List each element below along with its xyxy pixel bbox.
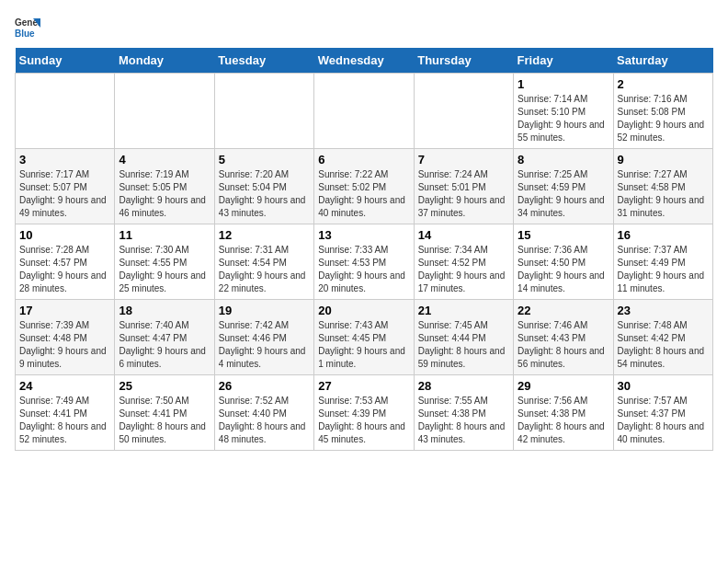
day-info: Sunrise: 7:14 AM Sunset: 5:10 PM Dayligh…: [518, 93, 609, 144]
day-number: 12: [219, 228, 310, 242]
day-info: Sunrise: 7:30 AM Sunset: 4:55 PM Dayligh…: [119, 244, 210, 295]
calendar-cell: 26Sunrise: 7:52 AM Sunset: 4:40 PM Dayli…: [214, 375, 313, 451]
day-info: Sunrise: 7:20 AM Sunset: 5:04 PM Dayligh…: [219, 168, 310, 220]
calendar-cell: 12Sunrise: 7:31 AM Sunset: 4:54 PM Dayli…: [214, 224, 313, 300]
calendar-week-4: 17Sunrise: 7:39 AM Sunset: 4:48 PM Dayli…: [16, 300, 713, 375]
day-number: 27: [318, 379, 409, 393]
day-info: Sunrise: 7:17 AM Sunset: 5:07 PM Dayligh…: [19, 168, 110, 220]
calendar-cell: 29Sunrise: 7:56 AM Sunset: 4:38 PM Dayli…: [514, 375, 613, 451]
day-number: 4: [119, 153, 210, 167]
weekday-header-row: SundayMondayTuesdayWednesdayThursdayFrid…: [16, 48, 713, 74]
calendar-cell: 13Sunrise: 7:33 AM Sunset: 4:53 PM Dayli…: [314, 224, 414, 300]
day-info: Sunrise: 7:46 AM Sunset: 4:43 PM Dayligh…: [518, 319, 609, 371]
calendar-body: 1Sunrise: 7:14 AM Sunset: 5:10 PM Daylig…: [16, 74, 713, 451]
weekday-header-saturday: Saturday: [613, 48, 712, 74]
day-number: 23: [618, 304, 709, 317]
calendar-cell: 25Sunrise: 7:50 AM Sunset: 4:41 PM Dayli…: [115, 375, 214, 451]
calendar-cell: 21Sunrise: 7:45 AM Sunset: 4:44 PM Dayli…: [414, 300, 513, 375]
calendar-cell: 28Sunrise: 7:55 AM Sunset: 4:38 PM Dayli…: [414, 375, 513, 451]
calendar-cell: 16Sunrise: 7:37 AM Sunset: 4:49 PM Dayli…: [613, 224, 712, 300]
day-number: 16: [618, 228, 709, 242]
header: General Blue: [15, 15, 713, 40]
calendar-cell: [16, 74, 115, 149]
calendar-cell: 8Sunrise: 7:25 AM Sunset: 4:59 PM Daylig…: [514, 149, 613, 224]
svg-text:Blue: Blue: [15, 29, 35, 39]
day-number: 15: [518, 228, 609, 242]
calendar-cell: 23Sunrise: 7:48 AM Sunset: 4:42 PM Dayli…: [613, 300, 712, 375]
weekday-header-monday: Monday: [115, 48, 214, 74]
day-number: 5: [219, 153, 310, 167]
day-info: Sunrise: 7:52 AM Sunset: 4:40 PM Dayligh…: [219, 395, 310, 446]
day-info: Sunrise: 7:31 AM Sunset: 4:54 PM Dayligh…: [219, 244, 310, 295]
day-info: Sunrise: 7:22 AM Sunset: 5:02 PM Dayligh…: [318, 168, 409, 220]
day-number: 25: [119, 379, 210, 393]
weekday-header-sunday: Sunday: [16, 48, 115, 74]
calendar-cell: 7Sunrise: 7:24 AM Sunset: 5:01 PM Daylig…: [414, 149, 513, 224]
day-info: Sunrise: 7:34 AM Sunset: 4:52 PM Dayligh…: [418, 244, 509, 295]
calendar-week-1: 1Sunrise: 7:14 AM Sunset: 5:10 PM Daylig…: [16, 74, 713, 149]
day-number: 20: [318, 304, 409, 317]
calendar-week-2: 3Sunrise: 7:17 AM Sunset: 5:07 PM Daylig…: [16, 149, 713, 224]
day-number: 3: [19, 153, 110, 167]
day-info: Sunrise: 7:43 AM Sunset: 4:45 PM Dayligh…: [318, 319, 409, 371]
day-info: Sunrise: 7:37 AM Sunset: 4:49 PM Dayligh…: [618, 244, 709, 295]
calendar-cell: 11Sunrise: 7:30 AM Sunset: 4:55 PM Dayli…: [115, 224, 214, 300]
calendar-cell: 22Sunrise: 7:46 AM Sunset: 4:43 PM Dayli…: [514, 300, 613, 375]
calendar-week-3: 10Sunrise: 7:28 AM Sunset: 4:57 PM Dayli…: [16, 224, 713, 300]
day-number: 13: [318, 228, 409, 242]
calendar-cell: 24Sunrise: 7:49 AM Sunset: 4:41 PM Dayli…: [16, 375, 115, 451]
day-info: Sunrise: 7:19 AM Sunset: 5:05 PM Dayligh…: [119, 168, 210, 220]
day-number: 2: [618, 77, 709, 91]
day-number: 22: [518, 304, 609, 317]
day-info: Sunrise: 7:56 AM Sunset: 4:38 PM Dayligh…: [518, 395, 609, 446]
calendar-cell: 4Sunrise: 7:19 AM Sunset: 5:05 PM Daylig…: [115, 149, 214, 224]
day-number: 29: [518, 379, 609, 393]
weekday-header-thursday: Thursday: [414, 48, 513, 74]
day-number: 28: [418, 379, 509, 393]
day-number: 24: [19, 379, 110, 393]
day-number: 21: [418, 304, 509, 317]
calendar-cell: 2Sunrise: 7:16 AM Sunset: 5:08 PM Daylig…: [613, 74, 712, 149]
day-number: 11: [119, 228, 210, 242]
day-info: Sunrise: 7:33 AM Sunset: 4:53 PM Dayligh…: [318, 244, 409, 295]
day-info: Sunrise: 7:25 AM Sunset: 4:59 PM Dayligh…: [518, 168, 609, 220]
day-number: 9: [618, 153, 709, 167]
day-info: Sunrise: 7:36 AM Sunset: 4:50 PM Dayligh…: [518, 244, 609, 295]
day-number: 8: [518, 153, 609, 167]
day-info: Sunrise: 7:16 AM Sunset: 5:08 PM Dayligh…: [618, 93, 709, 144]
calendar-cell: 17Sunrise: 7:39 AM Sunset: 4:48 PM Dayli…: [16, 300, 115, 375]
calendar-cell: 1Sunrise: 7:14 AM Sunset: 5:10 PM Daylig…: [514, 74, 613, 149]
calendar-cell: [314, 74, 414, 149]
day-info: Sunrise: 7:57 AM Sunset: 4:37 PM Dayligh…: [618, 395, 709, 446]
day-number: 26: [219, 379, 310, 393]
day-info: Sunrise: 7:40 AM Sunset: 4:47 PM Dayligh…: [119, 319, 210, 371]
calendar-cell: [115, 74, 214, 149]
day-info: Sunrise: 7:55 AM Sunset: 4:38 PM Dayligh…: [418, 395, 509, 446]
day-info: Sunrise: 7:42 AM Sunset: 4:46 PM Dayligh…: [219, 319, 310, 371]
logo: General Blue: [15, 15, 44, 40]
day-info: Sunrise: 7:28 AM Sunset: 4:57 PM Dayligh…: [19, 244, 110, 295]
calendar-cell: 9Sunrise: 7:27 AM Sunset: 4:58 PM Daylig…: [613, 149, 712, 224]
day-info: Sunrise: 7:24 AM Sunset: 5:01 PM Dayligh…: [418, 168, 509, 220]
calendar-cell: 27Sunrise: 7:53 AM Sunset: 4:39 PM Dayli…: [314, 375, 414, 451]
calendar-cell: 30Sunrise: 7:57 AM Sunset: 4:37 PM Dayli…: [613, 375, 712, 451]
calendar-cell: 18Sunrise: 7:40 AM Sunset: 4:47 PM Dayli…: [115, 300, 214, 375]
weekday-header-friday: Friday: [514, 48, 613, 74]
calendar-cell: 15Sunrise: 7:36 AM Sunset: 4:50 PM Dayli…: [514, 224, 613, 300]
calendar-cell: 19Sunrise: 7:42 AM Sunset: 4:46 PM Dayli…: [214, 300, 313, 375]
calendar-cell: 3Sunrise: 7:17 AM Sunset: 5:07 PM Daylig…: [16, 149, 115, 224]
day-info: Sunrise: 7:27 AM Sunset: 4:58 PM Dayligh…: [618, 168, 709, 220]
day-number: 7: [418, 153, 509, 167]
day-number: 19: [219, 304, 310, 317]
calendar-cell: 10Sunrise: 7:28 AM Sunset: 4:57 PM Dayli…: [16, 224, 115, 300]
calendar-cell: 6Sunrise: 7:22 AM Sunset: 5:02 PM Daylig…: [314, 149, 414, 224]
calendar-cell: 5Sunrise: 7:20 AM Sunset: 5:04 PM Daylig…: [214, 149, 313, 224]
calendar-table: SundayMondayTuesdayWednesdayThursdayFrid…: [15, 48, 713, 451]
day-number: 10: [19, 228, 110, 242]
calendar-cell: [414, 74, 513, 149]
day-number: 1: [518, 77, 609, 91]
calendar-cell: [214, 74, 313, 149]
day-info: Sunrise: 7:48 AM Sunset: 4:42 PM Dayligh…: [618, 319, 709, 371]
day-info: Sunrise: 7:49 AM Sunset: 4:41 PM Dayligh…: [19, 395, 110, 446]
day-number: 6: [318, 153, 409, 167]
